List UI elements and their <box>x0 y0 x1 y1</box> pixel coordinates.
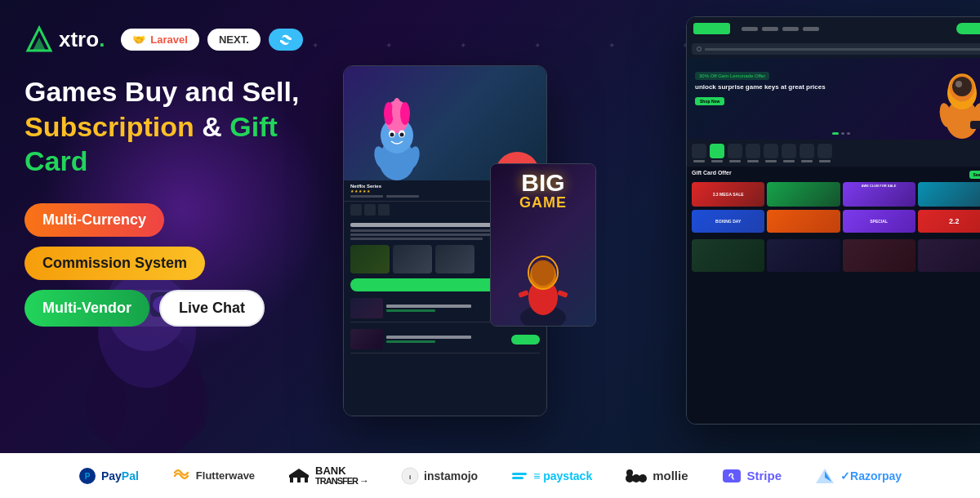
gift-card-section: Gift Card Offer See All 3.3 MEGA SALE AW… <box>687 167 980 210</box>
bank-transfer-text: BANK TRANSFER → <box>315 465 368 486</box>
svg-point-23 <box>400 133 404 137</box>
mini-hero-banner: 30% Off Gem Lemonade Offer unlock surpri… <box>687 58 980 140</box>
bottom-thumbnails <box>687 236 980 275</box>
cat-game[interactable] <box>710 144 724 162</box>
tagline-line1: Games Buy and Sell, <box>24 74 327 109</box>
flutterwave-logo: Flutterwave <box>172 466 255 486</box>
cat-label-gc <box>693 160 705 162</box>
bank-transfer-logo: BANK TRANSFER → <box>287 465 368 486</box>
cat-topup[interactable] <box>746 144 760 162</box>
see-all-btn[interactable]: See All <box>969 171 981 179</box>
big-game-promo: BIG GAME <box>490 163 596 327</box>
card2-2 <box>767 210 840 233</box>
logo-dot: . <box>99 27 105 51</box>
star-3: ★ <box>359 189 362 193</box>
mini-search-bar[interactable] <box>692 43 980 55</box>
card2-4: 2.2 <box>918 210 980 233</box>
badge-row-3: Multi-Vendor Live Chat <box>24 290 327 327</box>
livechat-badge[interactable]: Live Chat <box>159 290 265 327</box>
svg-rect-46 <box>305 478 308 482</box>
left-section: xtro. 🤝 Laravel NEXT. Games B <box>0 0 351 343</box>
svg-rect-32 <box>557 290 568 298</box>
big-game-character <box>510 244 576 326</box>
nav-link-2 <box>762 27 778 31</box>
star-5: ★ <box>367 189 370 193</box>
star-1: ★ <box>350 189 354 193</box>
svg-rect-31 <box>518 290 528 298</box>
cat-other[interactable] <box>782 144 796 162</box>
mini-nav-btn[interactable] <box>956 23 980 34</box>
cat-card2[interactable] <box>800 144 814 162</box>
svg-text:i: i <box>409 474 411 481</box>
badge-row-2: Commission System <box>24 247 327 280</box>
dot-2 <box>847 132 850 135</box>
mini-nav-links <box>742 27 819 31</box>
screenshot-main-site: 30% Off Gem Lemonade Offer unlock surpri… <box>686 16 980 425</box>
gift-card-row2: BOXING DAY SPECIAL 2.2 <box>687 210 980 236</box>
screenshots-area: 40% OFF Netflix Series ★ ★ ★ ★ ★ <box>351 0 980 453</box>
row-btn-2[interactable] <box>511 335 540 345</box>
cat-icon-other <box>782 144 796 158</box>
stripe-logo: Stripe <box>721 467 782 485</box>
svg-point-54 <box>639 474 647 482</box>
razorpay-logo: ✓Razorpay <box>814 467 902 485</box>
tagline-line2: Subscription & Gift Card <box>24 109 327 179</box>
tagline-connector: & <box>202 111 229 142</box>
paystack-text: ≡ paystack <box>533 469 592 482</box>
gift-card-title: Gift Card Offer <box>692 170 732 176</box>
laravel-icon: 🤝 <box>132 33 145 46</box>
mollie-logo: mollie <box>625 467 688 485</box>
gift-card-2 <box>767 182 840 207</box>
logo-text: xtro. <box>59 27 105 52</box>
svg-rect-40 <box>970 121 980 129</box>
tailwind-icon <box>280 33 292 45</box>
tagline-subscription: Subscription <box>24 111 194 142</box>
star-2: ★ <box>354 189 358 193</box>
card2-3: SPECIAL <box>843 210 915 233</box>
bottom-thumb-4 <box>918 239 980 272</box>
razorpay-text: ✓Razorpay <box>840 469 902 482</box>
mini-search-area <box>687 40 980 58</box>
nav-link-1 <box>742 27 758 31</box>
dot-active <box>832 132 839 135</box>
livechat-label: Live Chat <box>179 300 245 317</box>
cat-gift-card[interactable] <box>692 144 706 162</box>
cat-evalue[interactable] <box>728 144 742 162</box>
svg-text:P: P <box>85 472 91 481</box>
product-row-img-1 <box>350 298 383 318</box>
mini-hero-shop-btn[interactable]: Shop Now <box>695 97 724 105</box>
product-row-info-2 <box>386 336 508 343</box>
cat-label-card2 <box>801 160 813 162</box>
cat-label-game <box>711 160 723 162</box>
mini-navbar <box>687 17 980 40</box>
row-title-2 <box>386 336 471 339</box>
cat-label-other <box>783 160 795 162</box>
main-hero-section: xtro. 🤝 Laravel NEXT. Games B <box>0 0 980 453</box>
multicurrency-badge[interactable]: Multi-Currency <box>24 203 164 237</box>
badge-row-1: Multi-Currency <box>24 203 327 237</box>
commission-badge[interactable]: Commission System <box>24 247 205 280</box>
tagline: Games Buy and Sell, Subscription & Gift … <box>24 74 327 179</box>
stripe-icon <box>721 467 742 485</box>
laravel-label: Laravel <box>150 33 188 46</box>
paystack-icon <box>510 467 528 485</box>
next-badge: NEXT. <box>207 29 261 51</box>
multivendor-badge[interactable]: Multi-Vendor <box>24 290 149 327</box>
svg-point-30 <box>532 260 555 286</box>
row-title-1 <box>386 305 471 308</box>
flutterwave-icon <box>172 466 191 486</box>
cat-card3[interactable] <box>817 144 832 162</box>
mini-search-icon <box>697 47 702 51</box>
svg-rect-45 <box>297 478 301 482</box>
flutterwave-text: Flutterwave <box>196 469 255 482</box>
svg-point-36 <box>952 77 972 96</box>
big-game-text-area: BIG GAME <box>513 164 573 216</box>
big-game-img: BIG GAME <box>491 164 595 326</box>
dot-1 <box>841 132 844 135</box>
paypal-logo: P PayPal <box>78 467 139 485</box>
card2-1: BOXING DAY <box>692 210 764 233</box>
cat-xbox[interactable] <box>764 144 778 162</box>
cat-icon-top <box>746 144 760 158</box>
svg-marker-47 <box>289 469 309 475</box>
svg-point-37 <box>956 81 962 87</box>
